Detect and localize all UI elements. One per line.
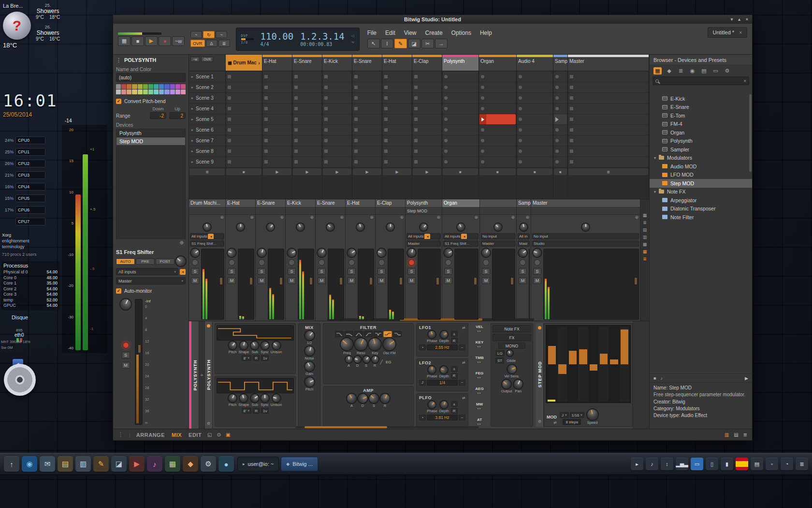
color-swatch[interactable] bbox=[143, 90, 148, 94]
lfo-rate-value[interactable]: 1/4 bbox=[427, 380, 458, 386]
clip-slot[interactable] bbox=[293, 72, 321, 82]
mixer-track-name[interactable]: Organ bbox=[442, 199, 479, 208]
solo-button[interactable]: S bbox=[519, 268, 527, 275]
settings-icon[interactable]: ⚙ bbox=[201, 456, 216, 472]
maximize-button[interactable]: ▴ bbox=[738, 17, 740, 22]
add-device-icon[interactable]: + bbox=[200, 372, 203, 378]
mute-button[interactable]: M bbox=[191, 277, 199, 284]
fader-lane[interactable] bbox=[492, 249, 515, 320]
browser-search-input[interactable] bbox=[661, 78, 741, 84]
solo-button[interactable]: S bbox=[228, 268, 236, 275]
sync-knob[interactable] bbox=[261, 394, 269, 402]
clip-slot[interactable] bbox=[443, 82, 478, 92]
mixer-device-slot[interactable] bbox=[316, 208, 345, 215]
osc2-range-chooser[interactable]: 8' bbox=[242, 408, 252, 414]
clip-slot[interactable] bbox=[517, 114, 552, 124]
track-output-chooser[interactable]: Mast bbox=[518, 240, 530, 247]
browser-settings-button[interactable]: ⚙ bbox=[723, 67, 731, 75]
pan-knob[interactable] bbox=[456, 222, 465, 232]
mute-button[interactable]: M bbox=[519, 277, 527, 284]
browser-search[interactable]: × bbox=[652, 76, 749, 85]
clip-slot[interactable] bbox=[413, 114, 441, 124]
osc2-voices-button[interactable]: 1v bbox=[261, 408, 269, 414]
color-swatch[interactable] bbox=[170, 90, 175, 94]
show-desktop-icon[interactable]: ↑ bbox=[4, 456, 19, 472]
track-input-chooser[interactable]: No input bbox=[532, 233, 639, 239]
track-name-input[interactable]: (auto) bbox=[116, 73, 186, 82]
pan-knob[interactable] bbox=[519, 223, 528, 231]
step-2[interactable] bbox=[557, 327, 567, 402]
add-device-button[interactable]: ⊕ bbox=[256, 215, 285, 221]
browser-item-sampler[interactable]: Sampler bbox=[650, 145, 752, 154]
pitchbend-checkbox[interactable]: ✓ bbox=[116, 99, 121, 104]
mixer-device-slot[interactable] bbox=[346, 208, 375, 215]
clip-slot[interactable] bbox=[263, 72, 291, 82]
clip-slot[interactable] bbox=[263, 135, 291, 146]
color-swatch[interactable] bbox=[132, 84, 137, 89]
volume-knob[interactable] bbox=[189, 247, 201, 259]
fader-lane[interactable] bbox=[454, 249, 478, 320]
freqshifter-knob[interactable] bbox=[174, 254, 188, 268]
expander-icon[interactable]: ▾ bbox=[654, 156, 656, 160]
browser-presets-tab[interactable]: ◆ bbox=[665, 67, 673, 75]
osc2-retrig-button[interactable]: R bbox=[253, 408, 260, 414]
unison-knob[interactable] bbox=[272, 393, 281, 403]
fade-in-icon[interactable]: ~ bbox=[190, 31, 202, 38]
browser-item-polysynth[interactable]: Polysynth bbox=[650, 137, 752, 146]
clip-slot[interactable] bbox=[443, 72, 478, 82]
clip-slot[interactable] bbox=[517, 135, 552, 146]
shape-knob[interactable] bbox=[239, 393, 249, 403]
color-swatch[interactable] bbox=[121, 84, 126, 89]
browser-item-note-fx[interactable]: ▾Note FX bbox=[650, 188, 752, 196]
menu-file[interactable]: File bbox=[367, 30, 377, 36]
record-arm-button[interactable] bbox=[445, 259, 451, 266]
clip-slot[interactable] bbox=[323, 72, 351, 82]
mixer-device-slot[interactable] bbox=[376, 208, 405, 215]
track-header[interactable]: E-Snare bbox=[292, 55, 322, 71]
stop-all-button[interactable]: ≣ bbox=[189, 168, 225, 175]
track-output-chooser[interactable]: Master bbox=[116, 277, 186, 284]
tempo-display[interactable]: 110.00 bbox=[261, 31, 294, 41]
retrigger-button[interactable]: R bbox=[451, 373, 458, 379]
mode-post[interactable]: POST bbox=[156, 258, 174, 265]
mute-button[interactable]: M bbox=[407, 277, 416, 284]
add-device-button[interactable]: ⊕ bbox=[286, 215, 315, 221]
clip-slot[interactable] bbox=[517, 82, 552, 92]
fader-lane[interactable] bbox=[298, 249, 314, 320]
track-output-chooser[interactable] bbox=[287, 240, 314, 247]
scene-3[interactable]: ▸Scene 3 bbox=[189, 93, 225, 103]
view-mix[interactable]: MIX bbox=[172, 432, 182, 438]
mixer-track-name[interactable]: E-Snare bbox=[316, 199, 345, 208]
s-knob[interactable] bbox=[367, 392, 380, 405]
volume-knob[interactable] bbox=[480, 247, 492, 258]
task-bitwig[interactable]: ◆Bitwig ... bbox=[281, 457, 318, 471]
track-output-chooser[interactable]: S1 Freq Shif... bbox=[190, 240, 224, 247]
stepmod-rate-chooser[interactable]: 1/16 bbox=[570, 412, 584, 418]
clip-slot[interactable] bbox=[443, 146, 478, 156]
track-input-chooser[interactable] bbox=[377, 233, 404, 239]
track-header[interactable]: E-Kick bbox=[322, 55, 352, 71]
menu-create[interactable]: Create bbox=[425, 30, 443, 36]
clip-slot[interactable] bbox=[383, 157, 411, 167]
clip-slot[interactable] bbox=[226, 114, 261, 124]
mixer-device-slot[interactable] bbox=[442, 208, 479, 215]
polysynth-device-tab[interactable]: POLYSYNTH ⚙ bbox=[205, 321, 213, 429]
track-stop-button[interactable]: ▶ bbox=[413, 168, 441, 175]
color-swatch[interactable] bbox=[181, 90, 186, 94]
clip-slot[interactable] bbox=[554, 157, 567, 167]
overdub-button[interactable]: OVR bbox=[190, 40, 205, 47]
color-swatch[interactable] bbox=[175, 84, 180, 89]
rail-sends-icon[interactable]: ▥ bbox=[643, 235, 647, 239]
clip-slot[interactable] bbox=[568, 93, 648, 103]
track-input-chooser[interactable]: No input bbox=[481, 233, 515, 239]
clip-slot[interactable] bbox=[323, 104, 351, 114]
osc1-range-chooser[interactable]: 8' bbox=[242, 355, 252, 361]
record-arm-button[interactable] bbox=[289, 259, 295, 266]
preview-note-button[interactable]: ♪ bbox=[660, 376, 663, 381]
automation-follow-icon[interactable]: Δ bbox=[206, 40, 218, 47]
mail-icon[interactable]: ✉ bbox=[40, 456, 55, 472]
clipboard-icon[interactable]: ▯ bbox=[706, 458, 718, 470]
pan-knob[interactable] bbox=[325, 222, 335, 232]
automation-write-button[interactable]: ~w bbox=[190, 57, 200, 62]
osc1-voices-button[interactable]: 1v bbox=[261, 355, 269, 361]
